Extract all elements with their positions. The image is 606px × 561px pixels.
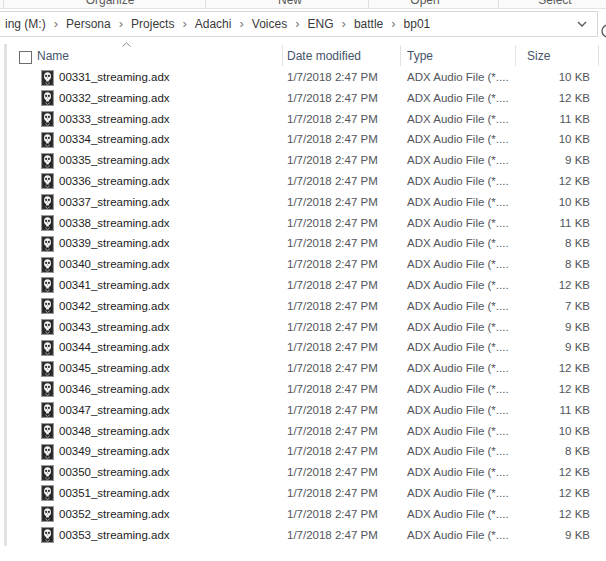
ribbon-strip: Organize New Open Select [0, 0, 606, 9]
file-row[interactable]: 00349_streaming.adx 1/7/2018 2:47 PM ADX… [0, 441, 606, 462]
breadcrumb-item[interactable]: ing (M:) [1, 12, 50, 36]
file-name: 00340_streaming.adx [59, 254, 170, 275]
address-box[interactable]: ing (M:)›Persona›Projects›Adachi›Voices›… [0, 11, 598, 37]
refresh-icon[interactable] [600, 23, 606, 39]
file-size: 9 KB [500, 337, 590, 358]
column-header-size[interactable]: Size [527, 49, 550, 63]
file-type: ADX Audio File (*.... [407, 129, 509, 150]
column-separator[interactable] [515, 45, 516, 66]
file-size: 12 KB [500, 171, 590, 192]
ribbon-group-select[interactable]: Select [538, 0, 571, 7]
file-date-modified: 1/7/2018 2:47 PM [287, 441, 378, 462]
adx-skull-file-icon [41, 194, 54, 210]
file-name: 00332_streaming.adx [59, 88, 170, 109]
breadcrumb: ing (M:)›Persona›Projects›Adachi›Voices›… [1, 12, 434, 36]
file-size: 12 KB [500, 483, 590, 504]
breadcrumb-item[interactable]: Voices [248, 12, 291, 36]
file-row[interactable]: 00353_streaming.adx 1/7/2018 2:47 PM ADX… [0, 525, 606, 546]
adx-skull-file-icon [41, 506, 54, 522]
file-row[interactable]: 00334_streaming.adx 1/7/2018 2:47 PM ADX… [0, 129, 606, 150]
ribbon-group-new[interactable]: New [278, 0, 302, 7]
file-row[interactable]: 00338_streaming.adx 1/7/2018 2:47 PM ADX… [0, 213, 606, 234]
file-name: 00334_streaming.adx [59, 129, 170, 150]
column-header-date-modified[interactable]: Date modified [287, 49, 361, 63]
file-row[interactable]: 00352_streaming.adx 1/7/2018 2:47 PM ADX… [0, 504, 606, 525]
file-row[interactable]: 00336_streaming.adx 1/7/2018 2:47 PM ADX… [0, 171, 606, 192]
file-date-modified: 1/7/2018 2:47 PM [287, 317, 378, 338]
breadcrumb-item[interactable]: bp01 [400, 12, 435, 36]
file-date-modified: 1/7/2018 2:47 PM [287, 233, 378, 254]
file-size: 9 KB [500, 317, 590, 338]
file-size: 10 KB [500, 129, 590, 150]
file-name: 00349_streaming.adx [59, 441, 170, 462]
file-row[interactable]: 00341_streaming.adx 1/7/2018 2:47 PM ADX… [0, 275, 606, 296]
file-name: 00335_streaming.adx [59, 150, 170, 171]
breadcrumb-item[interactable]: Adachi [191, 12, 236, 36]
select-all-checkbox[interactable] [19, 51, 32, 64]
adx-skull-file-icon [41, 340, 54, 356]
file-row[interactable]: 00340_streaming.adx 1/7/2018 2:47 PM ADX… [0, 254, 606, 275]
file-name: 00350_streaming.adx [59, 462, 170, 483]
column-separator[interactable] [400, 45, 401, 66]
file-type: ADX Audio File (*.... [407, 233, 509, 254]
file-size: 12 KB [500, 358, 590, 379]
adx-skull-file-icon [41, 465, 54, 481]
file-row[interactable]: 00345_streaming.adx 1/7/2018 2:47 PM ADX… [0, 358, 606, 379]
file-type: ADX Audio File (*.... [407, 400, 509, 421]
file-row[interactable]: 00337_streaming.adx 1/7/2018 2:47 PM ADX… [0, 192, 606, 213]
file-size: 12 KB [500, 379, 590, 400]
file-row[interactable]: 00351_streaming.adx 1/7/2018 2:47 PM ADX… [0, 483, 606, 504]
file-type: ADX Audio File (*.... [407, 171, 509, 192]
file-name: 00347_streaming.adx [59, 400, 170, 421]
file-row[interactable]: 00333_streaming.adx 1/7/2018 2:47 PM ADX… [0, 109, 606, 130]
file-row[interactable]: 00331_streaming.adx 1/7/2018 2:47 PM ADX… [0, 67, 606, 88]
breadcrumb-item[interactable]: Projects [127, 12, 178, 36]
file-name: 00344_streaming.adx [59, 337, 170, 358]
adx-skull-file-icon [41, 319, 54, 335]
adx-skull-file-icon [41, 236, 54, 252]
file-name: 00342_streaming.adx [59, 296, 170, 317]
file-row[interactable]: 00347_streaming.adx 1/7/2018 2:47 PM ADX… [0, 400, 606, 421]
chevron-down-icon[interactable] [577, 21, 587, 28]
file-row[interactable]: 00339_streaming.adx 1/7/2018 2:47 PM ADX… [0, 233, 606, 254]
breadcrumb-item[interactable]: ENG [304, 12, 338, 36]
file-date-modified: 1/7/2018 2:47 PM [287, 88, 378, 109]
file-row[interactable]: 00348_streaming.adx 1/7/2018 2:47 PM ADX… [0, 421, 606, 442]
file-name: 00353_streaming.adx [59, 525, 170, 546]
adx-skull-file-icon [41, 111, 54, 127]
adx-skull-file-icon [41, 298, 54, 314]
file-name: 00338_streaming.adx [59, 213, 170, 234]
file-name: 00339_streaming.adx [59, 233, 170, 254]
file-date-modified: 1/7/2018 2:47 PM [287, 67, 378, 88]
file-type: ADX Audio File (*.... [407, 525, 509, 546]
file-row[interactable]: 00346_streaming.adx 1/7/2018 2:47 PM ADX… [0, 379, 606, 400]
breadcrumb-item[interactable]: Persona [62, 12, 115, 36]
file-row[interactable]: 00344_streaming.adx 1/7/2018 2:47 PM ADX… [0, 337, 606, 358]
adx-skull-file-icon [41, 402, 54, 418]
ribbon-separator [368, 0, 369, 8]
file-name: 00345_streaming.adx [59, 358, 170, 379]
file-row[interactable]: 00342_streaming.adx 1/7/2018 2:47 PM ADX… [0, 296, 606, 317]
adx-skull-file-icon [41, 381, 54, 397]
adx-skull-file-icon [41, 173, 54, 189]
file-name: 00333_streaming.adx [59, 109, 170, 130]
file-type: ADX Audio File (*.... [407, 109, 509, 130]
ribbon-group-organize[interactable]: Organize [86, 0, 135, 7]
file-row[interactable]: 00332_streaming.adx 1/7/2018 2:47 PM ADX… [0, 88, 606, 109]
column-separator[interactable] [598, 45, 599, 66]
file-name: 00352_streaming.adx [59, 504, 170, 525]
file-row[interactable]: 00343_streaming.adx 1/7/2018 2:47 PM ADX… [0, 317, 606, 338]
column-separator[interactable] [282, 45, 283, 66]
file-name: 00348_streaming.adx [59, 421, 170, 442]
breadcrumb-item[interactable]: battle [350, 12, 387, 36]
column-header-type[interactable]: Type [407, 49, 433, 63]
file-type: ADX Audio File (*.... [407, 296, 509, 317]
column-header-name[interactable]: Name [37, 49, 69, 63]
ribbon-group-open[interactable]: Open [410, 0, 439, 7]
file-row[interactable]: 00350_streaming.adx 1/7/2018 2:47 PM ADX… [0, 462, 606, 483]
file-row[interactable]: 00335_streaming.adx 1/7/2018 2:47 PM ADX… [0, 150, 606, 171]
file-type: ADX Audio File (*.... [407, 441, 509, 462]
sort-ascending-icon [122, 42, 131, 47]
file-size: 12 KB [500, 462, 590, 483]
adx-skull-file-icon [41, 90, 54, 106]
